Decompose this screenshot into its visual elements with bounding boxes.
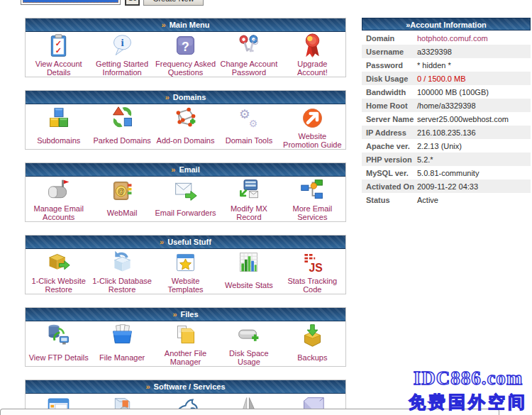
footer-panel-edge xyxy=(0,409,499,415)
menu-item-view-account-details[interactable]: ✓✓ View Account Details xyxy=(27,33,90,77)
account-info-value: 100000 MB (100GB) xyxy=(417,88,489,96)
menu-item-more-email[interactable]: More Email Services xyxy=(281,177,344,222)
account-info-row: MySQL ver. 5.0.81-community xyxy=(362,166,531,179)
account-info-label: Bandwidth xyxy=(362,88,417,96)
account-info-label: Activated On xyxy=(362,182,417,191)
section-title: Useful Stuff xyxy=(167,238,211,246)
section-items: Manage Email Accounts @ WebMail Email Fo… xyxy=(26,177,345,222)
section-title: Software / Services xyxy=(154,382,226,391)
go-button[interactable]: Go xyxy=(125,0,140,6)
section-items: ✓✓ View Account Details i Getting Starte… xyxy=(26,32,345,77)
account-info-row: Bandwidth 100000 MB (100GB) xyxy=(362,85,531,99)
menu-item-label: Frequency Asked Questions xyxy=(154,59,217,77)
account-info-row: Server Name server25.000webhost.com xyxy=(362,112,531,126)
menu-item-label: 1-Click Database Restore xyxy=(90,276,153,294)
menu-item-label: Getting Started Information xyxy=(90,59,153,77)
account-info-row: Username a3329398 xyxy=(362,45,531,58)
menu-item-file-manager[interactable]: File Manager xyxy=(90,322,153,367)
menu-item-label: File Manager xyxy=(99,348,145,367)
menu-item-subdomains[interactable]: Subdomains xyxy=(27,105,90,150)
menu-item-domain-tools[interactable]: ⚙⚙ Domain Tools xyxy=(217,105,280,150)
account-info-value: /home/a3329398 xyxy=(417,101,476,110)
menu-section: »Email Manage Email Accounts @ WebMail E… xyxy=(25,162,346,222)
account-info-value: server25.000webhost.com xyxy=(417,115,509,123)
account-info-rows: Domain hotphoto.comuf.com Username a3329… xyxy=(362,31,531,206)
menu-item-label: WebMail xyxy=(106,204,138,222)
account-info-header: »Account Information xyxy=(362,18,531,31)
section-title: Files xyxy=(181,310,199,319)
svg-text:⚙: ⚙ xyxy=(249,118,257,129)
section-title: Domains xyxy=(173,93,206,101)
menu-item-getting-started[interactable]: i Getting Started Information xyxy=(90,33,153,77)
menu-item-website-templates[interactable]: Website Templates xyxy=(154,250,217,294)
menu-item-manage-email[interactable]: Manage Email Accounts xyxy=(27,177,90,222)
section-header-arrow: » xyxy=(145,382,150,391)
menu-item-addon-domains[interactable]: Add-on Domains xyxy=(154,105,217,150)
backups-icon xyxy=(299,322,326,348)
menu-item-website-promotion[interactable]: Website Promotion Guide xyxy=(281,105,344,150)
file-manager-icon xyxy=(109,322,135,348)
section-header-arrow: » xyxy=(172,310,177,319)
view-account-details-icon: ✓✓ xyxy=(45,33,72,59)
menu-item-stats-tracking[interactable]: JS Stats Tracking Code xyxy=(281,250,344,294)
menu-item-database-restore[interactable]: 1-Click Database Restore xyxy=(90,250,153,294)
change-password-icon xyxy=(235,33,262,59)
menu-item-change-password[interactable]: Change Account Password xyxy=(217,33,280,77)
account-info-value: a3329398 xyxy=(417,48,452,56)
menu-section: »Files View FTP Details File Manager Ano… xyxy=(25,307,346,367)
menu-item-label: Website Stats xyxy=(224,276,274,294)
account-info-title: Account Information xyxy=(410,21,487,29)
watermark: IDC886.com 免费国外空间 xyxy=(409,367,528,414)
upgrade-account-icon xyxy=(299,33,326,59)
menu-item-label: Website Promotion Guide xyxy=(281,131,344,150)
menu-item-modify-mx[interactable]: Modify MX Record xyxy=(217,177,280,222)
menu-item-label: Manage Email Accounts xyxy=(27,204,90,222)
menu-item-label: View FTP Details xyxy=(28,348,89,367)
account-info-label: Home Root xyxy=(362,101,417,110)
menu-item-faq[interactable]: ? Frequency Asked Questions xyxy=(154,33,217,77)
svg-text:@: @ xyxy=(117,187,124,195)
menu-item-ftp-details[interactable]: View FTP Details xyxy=(27,322,90,367)
menu-item-label: Add-on Domains xyxy=(156,131,216,150)
section-header: »Main Menu xyxy=(26,18,345,32)
account-info-value[interactable]: hotphoto.comuf.com xyxy=(417,34,488,43)
menu-item-label: Upgrade Account! xyxy=(281,59,344,77)
menu-item-label: More Email Services xyxy=(281,204,344,222)
webmail-icon: @ xyxy=(109,177,135,204)
account-info-value: 5.0.81-community xyxy=(417,169,479,177)
account-info-value: 216.108.235.136 xyxy=(417,128,476,137)
menu-item-website-stats[interactable]: Website Stats xyxy=(217,250,280,294)
menu-item-label: Website Templates xyxy=(154,276,217,294)
account-info-label: MySQL ver. xyxy=(362,169,417,177)
menu-item-backups[interactable]: Backups xyxy=(281,322,344,367)
svg-text:✓: ✓ xyxy=(55,46,62,55)
menu-item-email-forwarders[interactable]: Email Forwarders xyxy=(154,177,217,222)
create-new-button[interactable]: Create New xyxy=(143,0,204,6)
account-info-panel: »Account Information Domain hotphoto.com… xyxy=(362,18,531,206)
section-items: Subdomains Parked Domains Add-on Domains… xyxy=(26,104,345,150)
disk-usage-icon xyxy=(235,322,262,348)
svg-text:i: i xyxy=(121,37,123,48)
watermark-site-text: IDC886.com xyxy=(409,367,528,389)
getting-started-icon: i xyxy=(109,33,135,59)
menu-item-website-restore[interactable]: 1-Click Website Restore xyxy=(27,250,90,294)
addon-domains-icon xyxy=(172,105,199,131)
menu-item-another-file-manager[interactable]: Another File Manager xyxy=(154,322,217,367)
menu-item-label: Stats Tracking Code xyxy=(281,276,344,294)
ftp-details-icon xyxy=(45,322,72,348)
account-info-label: IP Address xyxy=(362,128,417,137)
section-header: »Software / Services xyxy=(26,380,345,394)
section-title: Main Menu xyxy=(170,21,210,29)
menu-item-label: 1-Click Website Restore xyxy=(27,276,90,294)
menu-item-disk-usage[interactable]: Disk Space Usage xyxy=(217,322,280,367)
account-info-row: IP Address 216.108.235.136 xyxy=(362,126,531,139)
menu-item-webmail[interactable]: @ WebMail xyxy=(90,177,153,222)
section-items: 1-Click Website Restore 1-Click Database… xyxy=(26,249,345,294)
menu-item-upgrade-account[interactable]: Upgrade Account! xyxy=(281,33,344,77)
account-info-label: Server Name xyxy=(362,115,417,123)
site-select-input[interactable] xyxy=(21,0,121,5)
account-info-row: Domain hotphoto.comuf.com xyxy=(362,31,531,45)
menu-item-label: Email Forwarders xyxy=(154,204,216,222)
menu-section: »Useful Stuff 1-Click Website Restore 1-… xyxy=(25,235,346,294)
menu-item-parked-domains[interactable]: Parked Domains xyxy=(90,105,153,150)
